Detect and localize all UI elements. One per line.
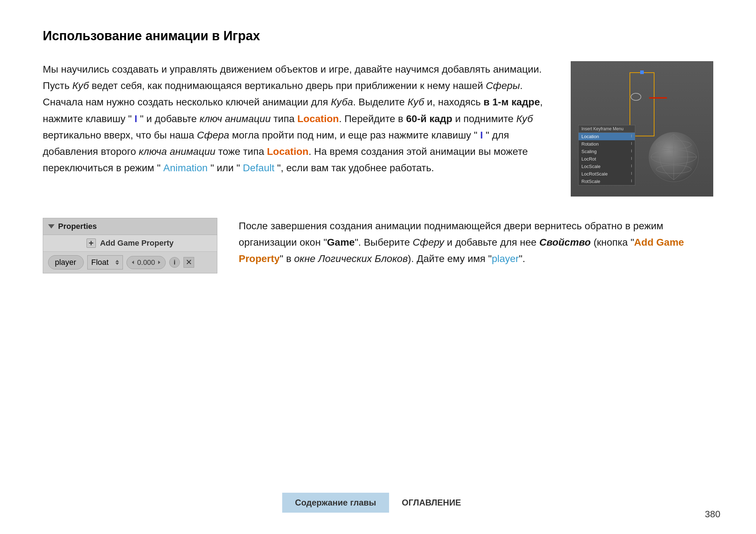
properties-panel: Properties + Add Game Property player Fl…: [43, 218, 217, 273]
property-type-select[interactable]: Float: [87, 255, 123, 269]
properties-panel-title: Properties: [58, 222, 97, 231]
info-button[interactable]: i: [169, 257, 180, 268]
sphere-object: [649, 132, 699, 182]
delete-button[interactable]: ✕: [183, 257, 194, 268]
keyframe-menu-item-rotscale[interactable]: RotScale I: [579, 178, 635, 185]
blue-marker: [640, 70, 644, 74]
value-arrow-left-icon[interactable]: [132, 261, 134, 264]
property-value-field[interactable]: 0.000: [126, 256, 166, 269]
page-title: Использование анимации в Играх: [43, 28, 713, 43]
keyframe-menu-item-location[interactable]: Location I: [579, 133, 635, 140]
blender-viewport: Insert Keyframe Menu Location I Rotation…: [571, 61, 713, 197]
property-row: player Float 0.000 i ✕: [43, 252, 217, 273]
triangle-icon: [48, 224, 55, 229]
footer: Содержание главы ОГЛАВЛЕНИЕ: [282, 493, 474, 513]
keyframe-menu-item-scaling[interactable]: Scaling I: [579, 148, 635, 155]
keyframe-menu-title: Insert Keyframe Menu: [579, 125, 635, 133]
add-game-property-label: Add Game Property: [100, 239, 174, 248]
value-arrow-right-icon[interactable]: [158, 261, 160, 264]
keyframe-menu-item-locrot[interactable]: LocRot I: [579, 155, 635, 163]
page-number: 380: [705, 509, 720, 520]
keyframe-menu-item-rotation[interactable]: Rotation I: [579, 140, 635, 148]
footer-toc-button[interactable]: ОГЛАВЛЕНИЕ: [389, 493, 474, 513]
main-text-block: Мы научились создавать и управлять движе…: [43, 61, 549, 176]
footer-contents-button[interactable]: Содержание главы: [282, 493, 389, 513]
add-game-property-row[interactable]: + Add Game Property: [43, 235, 217, 252]
keyframe-menu-item-locrotscale[interactable]: LocRotScale I: [579, 170, 635, 178]
red-arrow: [649, 97, 667, 99]
properties-panel-header: Properties: [43, 218, 217, 235]
property-name-field[interactable]: player: [48, 255, 84, 269]
keyframe-menu: Insert Keyframe Menu Location I Rotation…: [578, 125, 635, 185]
circle-selector: [631, 93, 641, 101]
plus-icon[interactable]: +: [87, 239, 96, 248]
type-arrow-down-icon: [115, 263, 119, 265]
right-text-block: После завершения создания анимации подни…: [239, 218, 713, 267]
type-arrow-up-icon: [115, 260, 119, 262]
keyframe-menu-item-locscale[interactable]: LocScale I: [579, 163, 635, 170]
type-arrows: [115, 260, 119, 265]
